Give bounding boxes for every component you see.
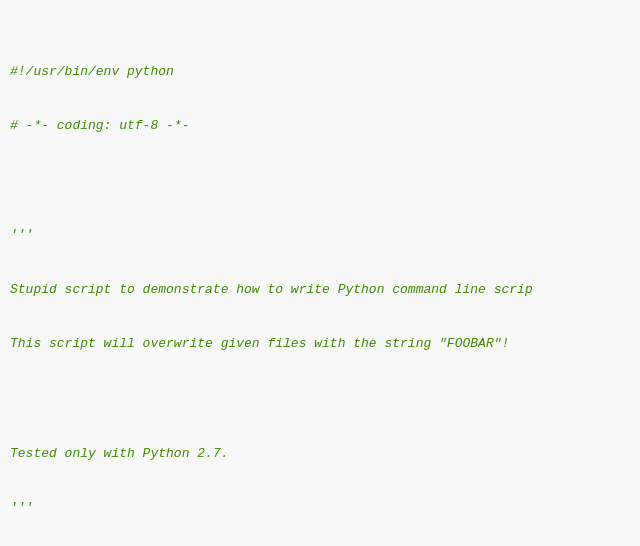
- docstring-close-text: ''': [10, 500, 33, 515]
- docstring-open-text: ''': [10, 227, 33, 242]
- line-docstring-2: This script will overwrite given files w…: [10, 335, 630, 353]
- line-docstring-3: Tested only with Python 2.7.: [10, 445, 630, 463]
- line-blank1: [10, 172, 630, 190]
- docstring-2-text: This script will overwrite given files w…: [10, 336, 509, 351]
- code-editor: #!/usr/bin/env python # -*- coding: utf-…: [0, 0, 640, 546]
- line-docstring-open: ''': [10, 226, 630, 244]
- line-blank2: [10, 390, 630, 408]
- line-shebang: #!/usr/bin/env python: [10, 63, 630, 81]
- docstring-3-text: Tested only with Python 2.7.: [10, 446, 228, 461]
- line-coding: # -*- coding: utf-8 -*-: [10, 117, 630, 135]
- shebang-text: #!/usr/bin/env python: [10, 64, 174, 79]
- line-docstring-close: ''': [10, 499, 630, 517]
- coding-text: # -*- coding: utf-8 -*-: [10, 118, 189, 133]
- line-docstring-1: Stupid script to demonstrate how to writ…: [10, 281, 630, 299]
- docstring-1-text: Stupid script to demonstrate how to writ…: [10, 282, 533, 297]
